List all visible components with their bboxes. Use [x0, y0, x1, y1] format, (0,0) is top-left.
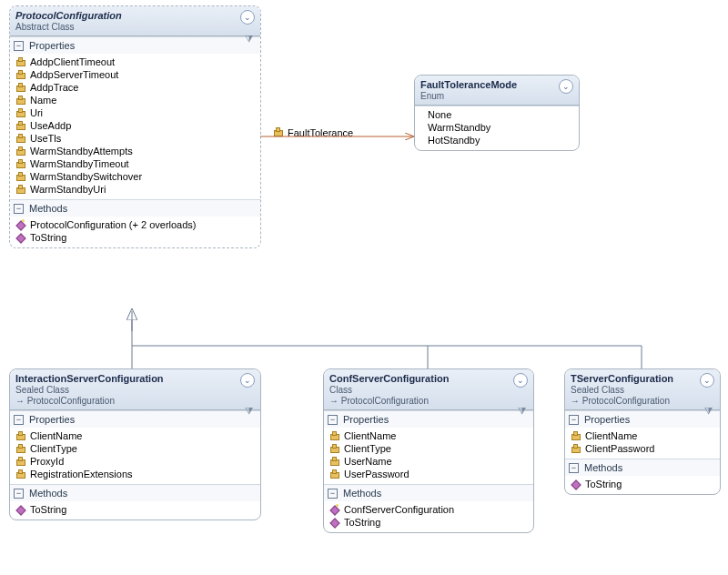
class-stereotype: Enum [420, 91, 573, 101]
property-icon [273, 127, 284, 138]
class-inherits: ProtocolConfiguration [329, 396, 528, 406]
property-item[interactable]: WarmStandbyTimeout [10, 157, 260, 170]
property-icon [15, 185, 26, 196]
method-icon [15, 233, 26, 244]
section-label: Properties [29, 40, 75, 51]
method-icon [571, 479, 581, 490]
panel-header[interactable]: ConfServerConfiguration Class ProtocolCo… [324, 369, 533, 410]
panel-header[interactable]: FaultToleranceMode Enum ⌄ [415, 76, 579, 106]
section-toggle[interactable] [569, 415, 579, 425]
collapse-icon[interactable]: ⌄ [240, 10, 255, 25]
property-icon [15, 96, 26, 106]
class-title: ProtocolConfiguration [15, 10, 255, 21]
class-tserver-configuration[interactable]: TServerConfiguration Sealed Class Protoc… [564, 368, 721, 495]
methods-section: Methods ToString [565, 459, 720, 494]
class-title: ConfServerConfiguration [329, 373, 528, 384]
properties-section: Properties AddpClientTimeout AddpServerT… [10, 36, 260, 199]
collapse-icon[interactable]: ⌄ [559, 79, 573, 94]
class-stereotype: Sealed Class [15, 385, 255, 395]
property-item[interactable]: AddpClientTimeout [10, 55, 260, 68]
method-icon [329, 518, 340, 529]
property-item[interactable]: UseTls [10, 132, 260, 145]
property-item[interactable]: ClientType [10, 442, 260, 455]
properties-section: Properties ClientName ClientPassword [565, 410, 720, 459]
property-item[interactable]: ClientPassword [565, 442, 720, 455]
section-toggle[interactable] [14, 489, 24, 499]
section-toggle[interactable] [569, 463, 579, 473]
collapse-icon[interactable]: ⌄ [240, 373, 255, 388]
properties-section: Properties ClientName ClientType ProxyId… [10, 410, 260, 484]
property-icon [15, 83, 26, 94]
property-item[interactable]: WarmStandbyAttempts [10, 145, 260, 157]
enum-fault-tolerance-mode[interactable]: FaultToleranceMode Enum ⌄ None WarmStand… [414, 75, 580, 151]
property-icon [329, 431, 340, 442]
property-icon [15, 121, 26, 132]
class-conf-server-configuration[interactable]: ConfServerConfiguration Class ProtocolCo… [323, 368, 534, 533]
section-toggle[interactable] [14, 204, 24, 214]
property-item[interactable]: UserPassword [324, 468, 533, 480]
section-toggle[interactable] [328, 489, 338, 499]
property-icon [15, 457, 26, 468]
class-protocol-configuration[interactable]: ProtocolConfiguration Abstract Class ⌄ ⧩… [9, 5, 261, 248]
methods-section: Methods ConfServerConfiguration ToString [324, 484, 533, 532]
class-inherits: ProtocolConfiguration [15, 396, 255, 406]
filter-icon[interactable]: ⧩ [242, 404, 255, 417]
filter-icon[interactable]: ⧩ [242, 32, 255, 45]
property-icon [15, 108, 26, 119]
property-item[interactable]: Name [10, 94, 260, 106]
filter-icon[interactable]: ⧩ [702, 404, 714, 417]
inheritance-bus [132, 346, 642, 368]
panel-header[interactable]: TServerConfiguration Sealed Class Protoc… [565, 369, 720, 410]
method-item[interactable]: ConfServerConfiguration [324, 503, 533, 516]
class-title: TServerConfiguration [571, 373, 714, 384]
property-item[interactable]: ProxyId [10, 455, 260, 468]
class-title: FaultToleranceMode [420, 79, 573, 90]
property-icon [15, 134, 26, 145]
enum-value[interactable]: HotStandby [415, 134, 579, 146]
enum-value[interactable]: WarmStandby [415, 121, 579, 134]
collapse-icon[interactable]: ⌄ [513, 373, 528, 388]
property-item[interactable]: WarmStandbySwitchover [10, 170, 260, 183]
methods-section: Methods ToString [10, 484, 260, 520]
property-item[interactable]: UseAddp [10, 119, 260, 132]
panel-header[interactable]: ProtocolConfiguration Abstract Class ⌄ ⧩ [10, 6, 260, 36]
property-item[interactable]: AddpTrace [10, 81, 260, 94]
property-item[interactable]: ClientName [565, 429, 720, 442]
method-item[interactable]: ProtocolConfiguration (+ 2 overloads) [10, 218, 260, 231]
class-inherits: ProtocolConfiguration [571, 396, 714, 406]
method-item[interactable]: ToString [10, 503, 260, 516]
class-interaction-server-configuration[interactable]: InteractionServerConfiguration Sealed Cl… [9, 368, 261, 520]
property-item[interactable]: ClientName [324, 429, 533, 442]
property-item[interactable]: AddpServerTimeout [10, 68, 260, 81]
property-icon [15, 57, 26, 68]
property-icon [15, 146, 26, 157]
enum-value[interactable]: None [415, 108, 579, 121]
property-icon [15, 70, 26, 81]
property-item[interactable]: UserName [324, 455, 533, 468]
collapse-icon[interactable]: ⌄ [700, 373, 714, 388]
section-label: Methods [29, 203, 67, 214]
section-toggle[interactable] [328, 415, 338, 425]
property-icon [15, 431, 26, 442]
properties-section: Properties ClientName ClientType UserNam… [324, 410, 533, 484]
property-item[interactable]: Uri [10, 106, 260, 119]
method-item[interactable]: ToString [10, 231, 260, 244]
property-item[interactable]: ClientName [10, 429, 260, 442]
class-stereotype: Class [329, 385, 528, 395]
method-icon [329, 505, 340, 516]
enum-values-section: None WarmStandby HotStandby [415, 106, 579, 150]
property-item[interactable]: RegistrationExtensions [10, 468, 260, 480]
property-icon [571, 444, 581, 455]
methods-section: Methods ProtocolConfiguration (+ 2 overl… [10, 199, 260, 247]
method-icon [15, 505, 26, 516]
method-icon [15, 220, 26, 231]
filter-icon[interactable]: ⧩ [515, 404, 528, 417]
section-toggle[interactable] [14, 415, 24, 425]
method-item[interactable]: ToString [565, 478, 720, 490]
class-stereotype: Abstract Class [15, 22, 255, 32]
property-item[interactable]: WarmStandbyUri [10, 183, 260, 196]
property-item[interactable]: ClientType [324, 442, 533, 455]
section-toggle[interactable] [14, 41, 24, 51]
panel-header[interactable]: InteractionServerConfiguration Sealed Cl… [10, 369, 260, 410]
method-item[interactable]: ToString [324, 516, 533, 529]
